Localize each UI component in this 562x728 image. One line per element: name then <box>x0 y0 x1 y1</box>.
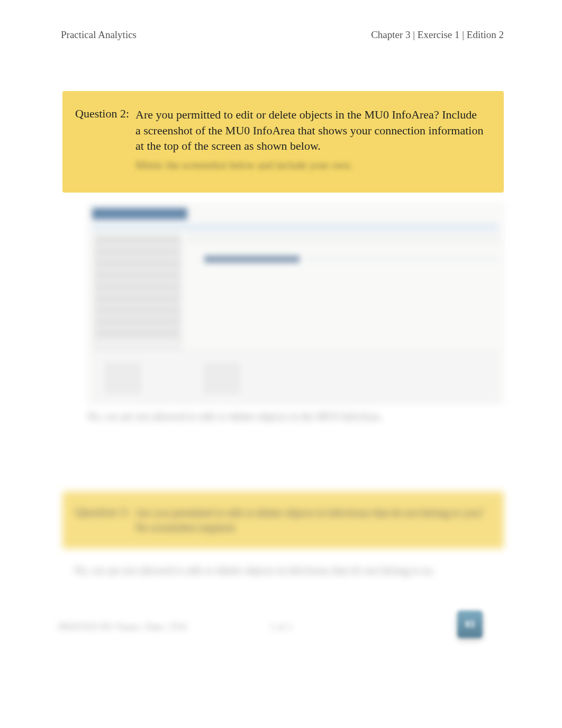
page-footer: PRINTED BY Name | Date | TOC 1 of 1 <box>58 622 504 633</box>
question-2-label: Question 2: <box>75 107 133 121</box>
question-2-text: Are you permitted to edit or delete obje… <box>135 107 485 172</box>
screenshot-main-label <box>204 256 300 263</box>
answer-3-text: No, we are not allowed to edit or delete… <box>74 565 504 577</box>
question-3-box: Question 3: Are you permitted to edit or… <box>62 492 504 549</box>
question-2-box: Question 2: Are you permitted to edit or… <box>62 91 504 193</box>
screenshot-menubar <box>92 223 499 231</box>
question-3-text: Are you permitted to edit or delete obje… <box>135 505 485 535</box>
screenshot-toolbar <box>188 233 499 243</box>
footer-center: 1 of 1 <box>270 622 292 633</box>
screenshot-bottom-panel <box>92 351 499 404</box>
page-header: Practical Analytics Chapter 3 | Exercise… <box>0 0 562 41</box>
header-left: Practical Analytics <box>61 29 137 41</box>
header-right: Chapter 3 | Exercise 1 | Edition 2 <box>371 29 504 41</box>
screenshot-titlebar <box>92 208 187 220</box>
question-2-subtext: Mimic the screenshot below and include y… <box>135 158 485 172</box>
page-number-badge: 03 <box>457 611 483 638</box>
question-3-label: Question 3: <box>75 505 133 519</box>
screenshot-placeholder <box>87 203 504 404</box>
answer-2-text: No, we are not allowed to edit or delete… <box>87 411 504 423</box>
footer-left: PRINTED BY Name | Date | TOC <box>58 622 189 633</box>
